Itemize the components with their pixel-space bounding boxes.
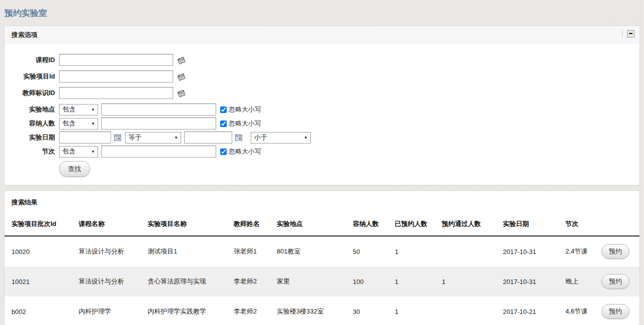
date-label: 实验日期 [12, 133, 59, 142]
table-row: 10021算法设计与分析贪心算法原理与实现李老师2家里100112017-10-… [5, 266, 639, 296]
period-row: 节次 包含 ▼ 忽略大小写 [12, 146, 632, 158]
project-id-input[interactable] [59, 70, 173, 82]
column-header: 容纳人数 [348, 213, 390, 236]
column-header: 实验项目名称 [143, 213, 229, 236]
ignorecase-label: 忽略大小写 [229, 105, 261, 114]
table-cell: 李老师2 [229, 266, 272, 296]
table-row: 10020算法设计与分析测试项目1张老师1801教室5012017-10-312… [5, 236, 639, 266]
table-cell: 内科护理学实践教学 [143, 296, 229, 325]
capacity-input[interactable] [101, 118, 216, 130]
table-cell: 4,6节课 [560, 296, 596, 325]
column-header: 已预约人数 [390, 213, 437, 236]
date-operator1-value: 等于 [129, 133, 142, 142]
date-row: 实验日期 等于 ▼ 小于 ▼ [12, 132, 632, 144]
chevron-down-icon: ▼ [91, 150, 95, 154]
table-cell: 算法设计与分析 [74, 236, 143, 266]
date-operator1-select[interactable]: 等于 ▼ [125, 132, 181, 144]
action-cell: 预约 [596, 266, 639, 296]
results-table-body: 10020算法设计与分析测试项目1张老师1801教室5012017-10-312… [5, 236, 639, 325]
capacity-ignorecase-checkbox[interactable] [220, 120, 227, 127]
period-ignorecase-checkbox[interactable] [220, 148, 227, 155]
results-panel-title: 搜索结果 [5, 191, 639, 213]
location-input[interactable] [101, 104, 216, 116]
course-id-row: 课程ID [12, 54, 632, 66]
period-operator-select[interactable]: 包含 ▼ [59, 146, 98, 158]
table-cell: 实验楼3楼332室 [272, 296, 348, 325]
column-header: 课程名称 [74, 213, 143, 236]
location-operator-select[interactable]: 包含 ▼ [59, 104, 98, 116]
table-cell: 1 [390, 266, 437, 296]
teacher-id-input[interactable] [59, 87, 173, 99]
notepad-picker-icon[interactable] [176, 72, 187, 82]
table-cell: 2017-10-31 [498, 266, 560, 296]
notepad-picker-icon[interactable] [176, 55, 187, 66]
search-panel: 搜索选项 课程ID 实验项目Id [4, 26, 640, 186]
capacity-row: 容纳人数 包含 ▼ 忽略大小写 [12, 118, 632, 130]
project-id-row: 实验项目Id [12, 70, 632, 82]
table-cell: 100 [348, 266, 390, 296]
chevron-down-icon: ▼ [304, 136, 308, 140]
table-cell: 李老师2 [229, 296, 272, 325]
location-ignorecase-group: 忽略大小写 [220, 105, 261, 114]
results-panel: 搜索结果 实验项目批次Id课程名称实验项目名称教师姓名实验地点容纳人数已预约人数… [4, 190, 640, 325]
calendar-icon[interactable] [235, 134, 243, 142]
page-title: 预约实验室 [0, 0, 644, 26]
calendar-icon[interactable] [114, 134, 122, 142]
table-cell: 测试项目1 [143, 236, 229, 266]
table-cell: 10020 [5, 236, 74, 266]
reserve-button[interactable]: 预约 [601, 244, 629, 259]
capacity-ignorecase-group: 忽略大小写 [220, 119, 261, 128]
table-cell: 家里 [272, 266, 348, 296]
period-operator-value: 包含 [63, 147, 76, 156]
capacity-operator-select[interactable]: 包含 ▼ [59, 118, 98, 130]
table-cell: 张老师1 [229, 236, 272, 266]
date-operator2-select[interactable]: 小于 ▼ [251, 132, 311, 144]
date-from-input[interactable] [59, 132, 111, 144]
collapse-panel-icon[interactable] [627, 30, 634, 38]
course-id-input[interactable] [59, 54, 173, 66]
table-cell: 50 [348, 236, 390, 266]
search-panel-header: 搜索选项 [5, 26, 639, 44]
action-cell: 预约 [596, 296, 639, 325]
tools-divider [622, 29, 622, 38]
chevron-down-icon: ▼ [91, 108, 95, 112]
project-id-label: 实验项目Id [12, 72, 59, 81]
period-label: 节次 [12, 147, 59, 156]
period-input[interactable] [101, 146, 216, 158]
table-cell: 1 [390, 296, 437, 325]
reserve-button[interactable]: 预约 [601, 304, 629, 319]
location-operator-value: 包含 [63, 105, 76, 114]
table-cell: 801教室 [272, 236, 348, 266]
table-cell: 1 [437, 266, 498, 296]
column-header: 教师姓名 [229, 213, 272, 236]
column-header: 实验项目批次Id [5, 213, 74, 236]
location-label: 实验地点 [12, 105, 59, 114]
column-header: 实验日期 [498, 213, 560, 236]
reserve-button[interactable]: 预约 [601, 274, 629, 289]
column-header-action [596, 213, 639, 236]
period-ignorecase-group: 忽略大小写 [220, 147, 261, 156]
table-cell: 2017-10-31 [498, 236, 560, 266]
table-cell: b002 [5, 296, 74, 325]
teacher-id-row: 教师标识ID [12, 87, 632, 99]
table-cell: 2,4节课 [560, 236, 596, 266]
chevron-down-icon: ▼ [174, 136, 178, 140]
table-cell: 10021 [5, 266, 74, 296]
table-cell: 30 [348, 296, 390, 325]
table-cell [437, 296, 498, 325]
results-table-header-row: 实验项目批次Id课程名称实验项目名称教师姓名实验地点容纳人数已预约人数预约通过人… [5, 213, 639, 236]
table-cell [437, 236, 498, 266]
table-cell: 晚上 [560, 266, 596, 296]
table-cell: 内科护理学 [74, 296, 143, 325]
search-button[interactable]: 查找 [59, 161, 90, 177]
notepad-picker-icon[interactable] [176, 88, 187, 98]
chevron-down-icon: ▼ [91, 122, 95, 126]
ignorecase-label: 忽略大小写 [229, 147, 261, 156]
table-cell: 2017-10-21 [498, 296, 560, 325]
table-cell: 贪心算法原理与实现 [143, 266, 229, 296]
table-cell: 算法设计与分析 [74, 266, 143, 296]
search-form: 课程ID 实验项目Id 教师标识ID [5, 44, 639, 185]
table-cell: 1 [390, 236, 437, 266]
location-ignorecase-checkbox[interactable] [220, 106, 227, 113]
date-to-input[interactable] [184, 132, 232, 144]
